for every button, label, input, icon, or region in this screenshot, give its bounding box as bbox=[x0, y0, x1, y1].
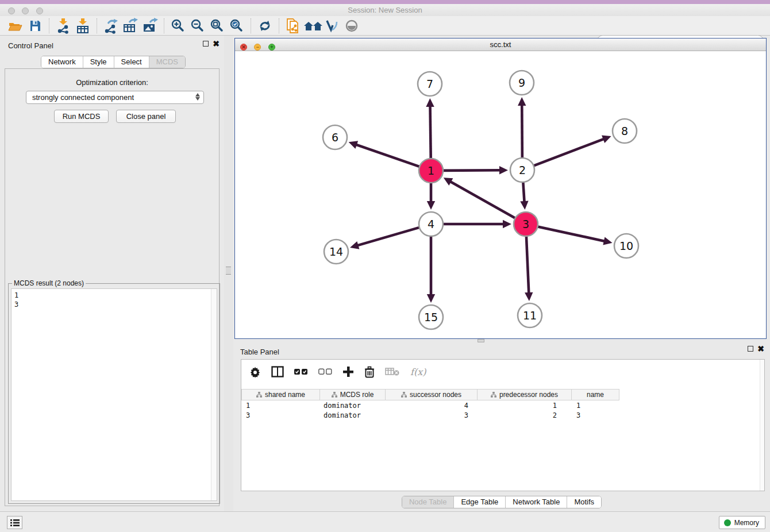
column-header-shared-name[interactable]: shared name bbox=[241, 389, 320, 400]
tab-network-table[interactable]: Network Table bbox=[506, 496, 567, 508]
control-panel-close-icon[interactable]: ✖ bbox=[213, 41, 220, 47]
export-image-button[interactable] bbox=[140, 17, 160, 34]
network-frame-titlebar[interactable]: ✕ − + scc.txt bbox=[235, 38, 766, 51]
zoom-out-button[interactable] bbox=[188, 17, 207, 34]
frame-close-icon[interactable]: ✕ bbox=[240, 44, 247, 51]
table-panel-float-icon[interactable] bbox=[748, 346, 753, 352]
cell-shared-name[interactable]: 1 bbox=[241, 401, 320, 411]
table-panel-close-icon[interactable]: ✖ bbox=[757, 346, 764, 352]
open-session-button[interactable] bbox=[6, 17, 25, 34]
zoom-selected-button[interactable] bbox=[227, 17, 247, 34]
birds-eye-view-button[interactable] bbox=[342, 17, 361, 34]
edge-2-9[interactable] bbox=[522, 105, 522, 159]
vertical-splitter[interactable] bbox=[224, 36, 233, 511]
control-panel: Control Panel ✖ Network Style Select MCD… bbox=[0, 36, 224, 511]
import-network-button[interactable] bbox=[53, 17, 73, 34]
tab-motifs[interactable]: Motifs bbox=[567, 496, 601, 508]
table-settings-button[interactable] bbox=[249, 363, 261, 380]
frame-maximize-icon[interactable]: + bbox=[268, 44, 275, 51]
edge-arrowhead-2-9 bbox=[518, 97, 526, 106]
function-builder-button-disabled: f(x) bbox=[410, 363, 426, 380]
network-frame-title: scc.txt bbox=[235, 38, 766, 51]
network-canvas[interactable]: 7968124314101511 bbox=[235, 51, 766, 338]
edge-2-3[interactable] bbox=[523, 182, 524, 202]
column-header-mcds-role[interactable]: MCDS role bbox=[320, 389, 386, 400]
export-table-button[interactable] bbox=[121, 17, 140, 34]
zoom-in-button[interactable] bbox=[168, 17, 188, 34]
toggle-graphics-details-button[interactable] bbox=[322, 17, 342, 34]
horizontal-splitter-grip[interactable] bbox=[478, 339, 484, 342]
import-table-button[interactable] bbox=[73, 17, 93, 34]
edge-arrowhead-4-14 bbox=[350, 241, 359, 249]
cell-mcds-role[interactable]: dominator bbox=[320, 411, 386, 421]
tab-node-table[interactable]: Node Table bbox=[402, 496, 455, 508]
column-header-predecessor-nodes[interactable]: predecessor nodes bbox=[478, 389, 572, 400]
delete-column-button[interactable] bbox=[364, 363, 375, 380]
show-all-networks-button[interactable] bbox=[303, 17, 322, 34]
cell-predecessor-nodes[interactable]: 1 bbox=[478, 401, 572, 411]
control-panel-title: Control Panel bbox=[8, 41, 53, 50]
frame-minimize-icon[interactable]: − bbox=[254, 44, 261, 51]
node-label-15: 15 bbox=[424, 311, 438, 323]
double-home-icon bbox=[303, 19, 322, 33]
window-minimize-icon[interactable] bbox=[22, 7, 29, 14]
table-scrollbar[interactable] bbox=[760, 360, 764, 491]
tab-style[interactable]: Style bbox=[83, 56, 114, 68]
splitter-grip-icon[interactable] bbox=[226, 267, 231, 275]
save-session-button[interactable] bbox=[25, 17, 45, 34]
edge-1-7[interactable] bbox=[430, 106, 431, 159]
column-type-icon bbox=[491, 392, 496, 398]
window-close-icon[interactable] bbox=[8, 7, 15, 14]
edge-arrowhead-3-11 bbox=[525, 292, 533, 301]
open-folder-icon bbox=[8, 19, 23, 33]
export-network-button[interactable] bbox=[101, 17, 121, 34]
table-row[interactable]: 3 dominator 3 2 3 bbox=[241, 411, 619, 421]
cell-name[interactable]: 3 bbox=[572, 411, 619, 421]
edge-3-11[interactable] bbox=[526, 236, 529, 294]
refresh-icon bbox=[257, 18, 272, 33]
control-panel-float-icon[interactable] bbox=[203, 41, 209, 47]
toggle-column-panel-button[interactable] bbox=[271, 363, 284, 380]
cell-shared-name[interactable]: 3 bbox=[241, 411, 320, 421]
task-history-button[interactable] bbox=[7, 516, 22, 529]
window-zoom-icon[interactable] bbox=[36, 7, 43, 14]
unselect-all-columns-button[interactable] bbox=[318, 363, 332, 380]
tab-network[interactable]: Network bbox=[41, 56, 83, 68]
cell-successor-nodes[interactable]: 4 bbox=[386, 401, 478, 411]
run-mcds-button[interactable]: Run MCDS bbox=[54, 110, 109, 123]
column-header-name[interactable]: name bbox=[572, 389, 619, 400]
edge-3-10[interactable] bbox=[537, 226, 605, 241]
memory-button[interactable]: Memory bbox=[719, 516, 765, 529]
import-network-icon bbox=[56, 18, 71, 34]
edge-arrowhead-1-4 bbox=[427, 201, 435, 210]
cell-name[interactable]: 1 bbox=[572, 401, 619, 411]
window-titlebar: Session: New Session bbox=[0, 4, 770, 16]
criterion-select[interactable]: strongly connected component bbox=[26, 91, 204, 104]
tab-mcds[interactable]: MCDS bbox=[149, 56, 185, 68]
edge-2-8[interactable] bbox=[533, 139, 605, 166]
select-all-columns-button[interactable] bbox=[294, 363, 308, 380]
refresh-layout-button[interactable] bbox=[255, 17, 275, 34]
result-scrollbar[interactable] bbox=[211, 289, 217, 500]
zoom-selected-icon bbox=[229, 18, 244, 33]
plus-icon bbox=[342, 366, 354, 377]
create-column-button[interactable] bbox=[342, 363, 354, 380]
zoom-fit-button[interactable] bbox=[207, 17, 227, 34]
graphics-details-icon bbox=[325, 18, 340, 33]
tab-edge-table[interactable]: Edge Table bbox=[454, 496, 506, 508]
tab-select[interactable]: Select bbox=[114, 56, 149, 68]
cell-predecessor-nodes[interactable]: 2 bbox=[478, 411, 572, 421]
checked-boxes-icon bbox=[294, 368, 308, 375]
column-header-successor-nodes[interactable]: successor nodes bbox=[386, 389, 478, 400]
close-panel-button[interactable]: Close panel bbox=[116, 110, 176, 123]
edge-1-6[interactable] bbox=[356, 144, 420, 167]
edge-arrowhead-1-2 bbox=[499, 166, 508, 174]
cell-successor-nodes[interactable]: 3 bbox=[386, 411, 478, 421]
table-row[interactable]: 1 dominator 4 1 1 bbox=[241, 401, 619, 411]
edge-3-1[interactable] bbox=[450, 182, 515, 219]
new-network-from-selection-button[interactable] bbox=[283, 17, 303, 34]
edge-1-2[interactable] bbox=[442, 170, 500, 171]
workspace: ✕ − + scc.txt 7968124314101511 Table Pan… bbox=[233, 36, 770, 511]
cell-mcds-role[interactable]: dominator bbox=[320, 401, 386, 411]
edge-4-14[interactable] bbox=[357, 228, 419, 246]
